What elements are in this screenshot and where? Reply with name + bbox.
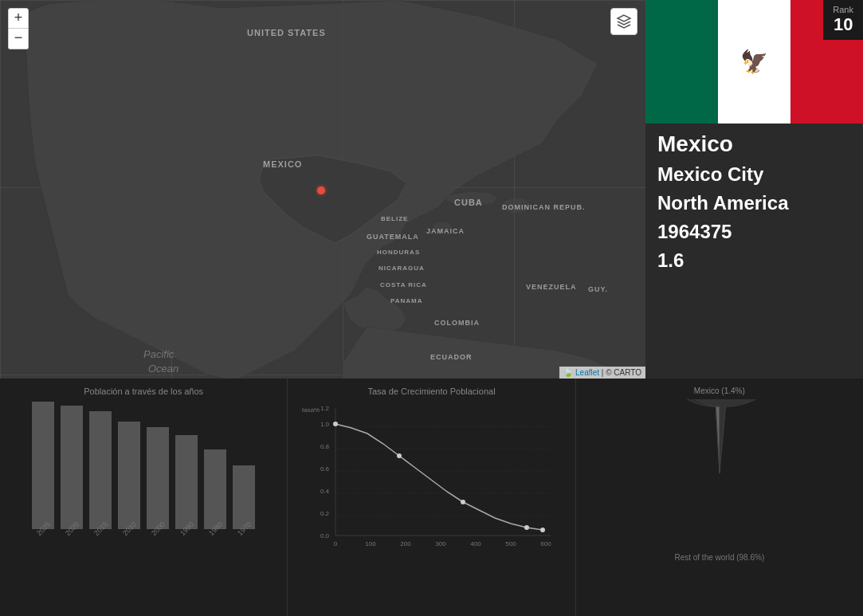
bar-chart: 20252020201520102000199019801970: [8, 404, 279, 539]
pie-legend: Rest of the world (98.6%): [674, 553, 764, 562]
bar-chart-title: Población a través de los años: [8, 386, 279, 396]
line-chart-svg: tasa% 0.0 0.2 0.4 0.6 0.8 1.0 1.2 0 100 …: [296, 400, 559, 555]
svg-point-24: [397, 453, 402, 458]
bar-group: 1980: [204, 449, 226, 539]
location-dot-mexico-city: [317, 186, 325, 194]
bar-group: 2010: [118, 422, 140, 539]
svg-text:0.8: 0.8: [320, 443, 330, 450]
svg-text:0.2: 0.2: [320, 510, 330, 517]
svg-point-25: [461, 500, 465, 504]
map-attribution: 🍃 Leaflet | © CARTO: [559, 367, 645, 379]
svg-point-23: [333, 422, 338, 426]
capital-name: Mexico City: [657, 163, 851, 186]
svg-text:1.0: 1.0: [320, 421, 330, 428]
svg-text:1.2: 1.2: [320, 405, 330, 412]
rank-label: Rank: [833, 5, 853, 14]
bar-item: [89, 411, 112, 529]
zoom-in-button[interactable]: +: [8, 8, 29, 29]
svg-text:0.6: 0.6: [320, 465, 330, 473]
flag-green-stripe: [645, 0, 718, 124]
bar-group: 2000: [147, 427, 169, 539]
line-chart-title: Tasa de Crecimiento Poblacional: [296, 386, 567, 396]
svg-point-0: [502, 198, 531, 214]
country-name: Mexico: [657, 131, 851, 157]
bar-item: [118, 422, 140, 529]
flag-white-stripe: 🦅: [718, 0, 790, 124]
bar-item: [32, 402, 54, 529]
bar-group: 2020: [61, 406, 83, 539]
svg-text:200: 200: [401, 540, 412, 547]
layers-icon: [616, 14, 632, 29]
line-chart: tasa% 0.0 0.2 0.4 0.6 0.8 1.0 1.2 0 100 …: [296, 400, 567, 559]
svg-point-26: [524, 525, 529, 530]
bar-item: [175, 435, 198, 529]
svg-text:500: 500: [506, 540, 517, 547]
svg-text:600: 600: [541, 540, 552, 547]
bar-item: [61, 406, 83, 529]
map-container: UNITED STATES MEXICO CUBA JAMAICA DOMINI…: [0, 0, 645, 379]
info-text-container: Mexico Mexico City North America 1964375…: [645, 124, 863, 280]
bar-group: 1990: [175, 435, 198, 539]
charts-container: Población a través de los años 202520202…: [0, 379, 863, 616]
rank-value: 10: [833, 14, 853, 35]
y-axis-label: tasa%: [302, 406, 320, 414]
region-name: North America: [657, 192, 851, 214]
bar-group: 2015: [89, 411, 112, 539]
svg-text:400: 400: [471, 540, 482, 547]
map-background: UNITED STATES MEXICO CUBA JAMAICA DOMINI…: [0, 0, 645, 379]
leaflet-text: 🍃 Leaflet | © CARTO: [563, 368, 641, 377]
svg-text:300: 300: [436, 540, 447, 547]
map-zoom-controls: + −: [8, 8, 29, 49]
population-value: 1964375: [657, 221, 851, 243]
leaflet-link[interactable]: Leaflet: [575, 368, 599, 377]
bar-item: [233, 465, 255, 529]
rank-badge: Rank 10: [823, 0, 863, 40]
svg-text:0.0: 0.0: [320, 532, 330, 539]
bar-chart-panel: Población a través de los años 202520202…: [0, 379, 288, 616]
svg-point-27: [540, 528, 545, 532]
pie-chart-svg: [640, 399, 799, 547]
svg-text:0.4: 0.4: [320, 488, 330, 495]
svg-text:0: 0: [334, 540, 338, 547]
line-chart-panel: Tasa de Crecimiento Poblacional tasa% 0.…: [288, 379, 575, 616]
bar-item: [204, 449, 226, 529]
svg-text:100: 100: [366, 540, 377, 547]
coat-of-arms: 🦅: [740, 49, 768, 75]
carto-text: © CARTO: [606, 368, 641, 377]
svg-point-1: [433, 222, 452, 233]
info-panel: 🦅 Rank 10 Mexico Mexico City North Ameri…: [645, 0, 863, 379]
growth-rate-value: 1.6: [657, 249, 851, 272]
bar-group: 1970: [233, 465, 255, 539]
pie-title: Mexico (1.4%): [694, 386, 745, 395]
bar-item: [147, 427, 169, 529]
pie-container: Mexico (1.4%) Rest of the world (98.6%): [584, 386, 855, 562]
layer-button[interactable]: [610, 8, 637, 35]
zoom-out-button[interactable]: −: [8, 29, 29, 49]
bar-group: 2025: [32, 402, 54, 539]
pie-chart-panel: Mexico (1.4%) Rest of the world (98.6%): [576, 379, 863, 616]
